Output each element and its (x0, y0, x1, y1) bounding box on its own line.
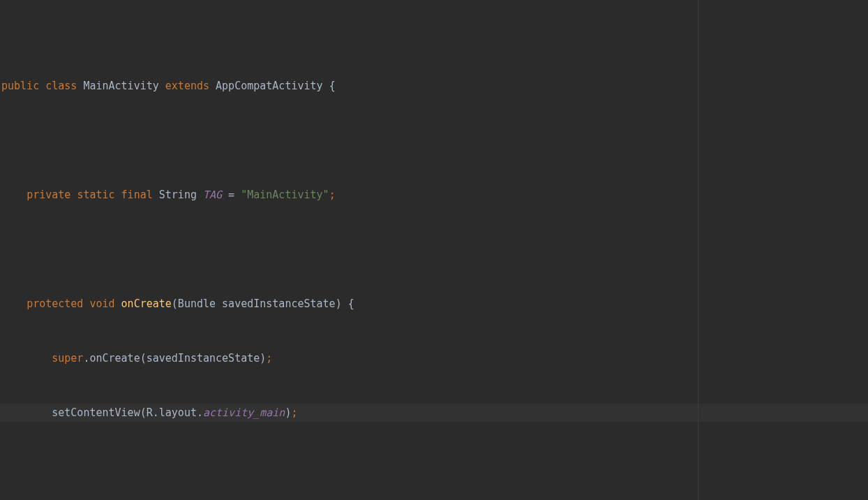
kw: extends (165, 80, 209, 92)
method: onCreate (121, 297, 172, 310)
sig: (Bundle savedInstanceState) { (172, 297, 354, 310)
editor-right-margin (698, 0, 698, 500)
kw: public (1, 80, 39, 92)
super-class: AppCompatActivity (216, 80, 323, 92)
string: "MainActivity" (241, 189, 329, 201)
field: TAG (203, 189, 222, 201)
semi: ; (329, 189, 336, 201)
kw: final (121, 189, 153, 201)
type: String (159, 189, 197, 201)
kw: private (27, 189, 70, 201)
code-editor[interactable]: public class MainActivity extends AppCom… (0, 0, 868, 500)
semi: ; (266, 352, 272, 365)
kw: protected (27, 297, 83, 310)
kw: super (52, 352, 83, 365)
kw: static (77, 189, 114, 201)
kw: void (89, 297, 114, 310)
call: setContentView(R.layout. (52, 406, 203, 419)
semi: ; (291, 406, 297, 419)
kw: class (45, 80, 77, 92)
brace: { (329, 80, 336, 92)
op: = (222, 189, 241, 201)
caret-line: setContentView(R.layout.activity_main); (0, 404, 868, 422)
class-name: MainActivity (83, 80, 158, 92)
call: .onCreate(savedInstanceState) (83, 352, 266, 365)
resource: activity_main (203, 406, 285, 419)
